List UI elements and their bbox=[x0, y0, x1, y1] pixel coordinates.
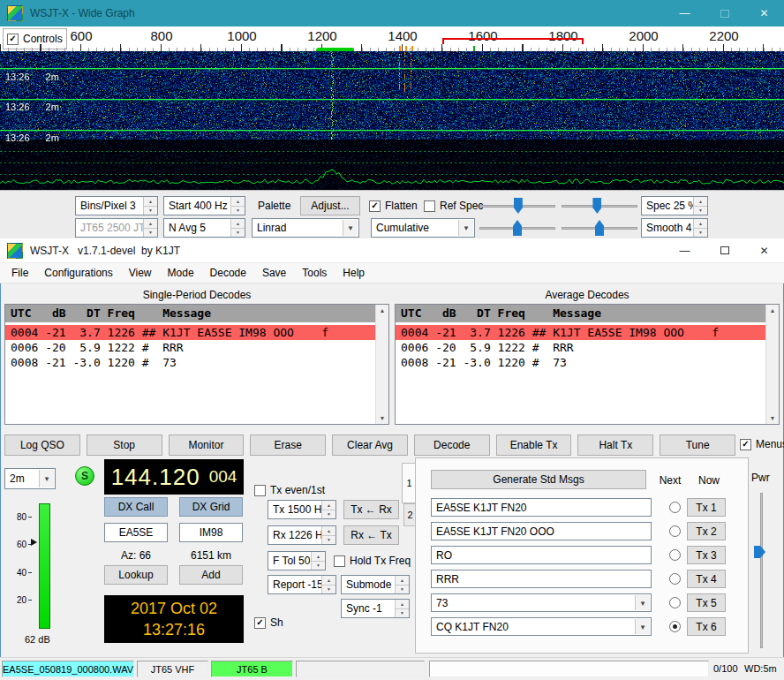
tab-2[interactable]: 2 bbox=[403, 503, 416, 526]
spin-arrows[interactable]: ▲▼ bbox=[693, 219, 707, 237]
spectrum-zero-slider[interactable] bbox=[562, 220, 637, 236]
tx-3-button[interactable]: Tx 3 bbox=[687, 546, 726, 564]
menu-item-help[interactable]: Help bbox=[335, 264, 373, 282]
start-freq-spinbox[interactable]: Start 400 Hz ▲▼ bbox=[163, 196, 245, 215]
lookup-button[interactable]: Lookup bbox=[104, 565, 168, 585]
close-button[interactable]: ✕ bbox=[744, 238, 784, 262]
slider-handle[interactable] bbox=[595, 220, 604, 236]
spin-arrows[interactable]: ▲▼ bbox=[321, 526, 335, 544]
rx-freq-spinbox[interactable]: Rx 1226 Hz ▲▼ bbox=[268, 525, 336, 545]
spin-arrows[interactable]: ▲▼ bbox=[311, 552, 325, 570]
tune-button[interactable]: Tune bbox=[660, 434, 735, 456]
maximize-button[interactable] bbox=[705, 238, 744, 262]
dx-call-field[interactable]: EA5SE bbox=[104, 523, 168, 542]
scroll-up-icon[interactable]: ▲ bbox=[770, 307, 776, 314]
scroll-down-icon[interactable]: ▼ bbox=[770, 415, 776, 421]
menu-item-decode[interactable]: Decode bbox=[202, 264, 254, 282]
dx-grid-field[interactable]: IM98 bbox=[179, 523, 243, 542]
decode-row[interactable]: 0008 -21 -3.0 1220 # 73 bbox=[5, 355, 388, 370]
slider-handle[interactable] bbox=[513, 220, 522, 236]
dx-grid-button[interactable]: DX Grid bbox=[179, 497, 243, 517]
monitor-button[interactable]: Monitor bbox=[169, 434, 245, 456]
tx-1-button[interactable]: Tx 1 bbox=[687, 498, 726, 517]
enable-tx-button[interactable]: Enable Tx bbox=[496, 434, 572, 456]
tx-select-radio-1[interactable] bbox=[669, 502, 681, 513]
close-button[interactable]: ✕ bbox=[744, 0, 784, 26]
stop-button[interactable]: Stop bbox=[87, 434, 162, 456]
tx-message-4-field[interactable]: RRR bbox=[431, 570, 652, 588]
menu-item-mode[interactable]: Mode bbox=[160, 264, 202, 282]
menus-checkbox[interactable]: ✓ Menus bbox=[740, 438, 784, 450]
tx-5-button[interactable]: Tx 5 bbox=[687, 593, 726, 612]
sync-spinbox[interactable]: Sync -1 ▲▼ bbox=[341, 599, 410, 618]
menu-item-view[interactable]: View bbox=[121, 264, 160, 282]
tx-select-radio-4[interactable] bbox=[669, 573, 681, 585]
decode-row[interactable]: 0006 -20 5.9 1222 # RRR bbox=[5, 340, 388, 355]
report-spinbox[interactable]: Report -15 ▲▼ bbox=[268, 575, 336, 594]
ref-spec-checkbox[interactable]: ✓ Ref Spec bbox=[424, 200, 483, 212]
band-combo[interactable]: 2m ▾ bbox=[4, 468, 56, 489]
spin-arrows[interactable]: ▲▼ bbox=[395, 576, 409, 593]
add-button[interactable]: Add bbox=[179, 565, 243, 585]
halt-tx-button[interactable]: Halt Tx bbox=[577, 434, 653, 456]
minimize-button[interactable]: — bbox=[665, 0, 705, 26]
dx-call-button[interactable]: DX Call bbox=[104, 497, 168, 517]
generate-std-msgs-button[interactable]: Generate Std Msgs bbox=[431, 470, 646, 489]
tx-freq-spinbox[interactable]: Tx 1500 Hz ▲▼ bbox=[268, 500, 336, 519]
tx-select-radio-2[interactable] bbox=[669, 525, 681, 537]
spin-arrows[interactable]: ▲▼ bbox=[321, 576, 335, 593]
tx-from-rx-button[interactable]: Tx ← Rx bbox=[343, 500, 399, 519]
maximize-button[interactable] bbox=[705, 0, 744, 26]
tab-1[interactable]: 1 bbox=[402, 463, 416, 503]
spectrum-gain-slider[interactable] bbox=[479, 220, 555, 236]
spin-arrows[interactable]: ▲▼ bbox=[321, 501, 335, 518]
n-avg-spinbox[interactable]: N Avg 5 ▲▼ bbox=[163, 218, 245, 238]
tx-even-checkbox[interactable]: ✓ Tx even/1st bbox=[254, 484, 325, 496]
log-qso-button[interactable]: Log QSO bbox=[4, 434, 80, 456]
submode-spinbox[interactable]: Submode B ▲▼ bbox=[341, 575, 410, 594]
menu-item-configurations[interactable]: Configurations bbox=[36, 264, 120, 282]
sh-checkbox[interactable]: ✓ Sh bbox=[254, 616, 283, 629]
pwr-slider[interactable] bbox=[760, 493, 763, 648]
minimize-button[interactable]: — bbox=[665, 238, 705, 262]
erase-button[interactable]: Erase bbox=[250, 434, 326, 456]
adjust-palette-button[interactable]: Adjust... bbox=[300, 196, 360, 215]
rx-from-tx-button[interactable]: Rx ← Tx bbox=[343, 525, 399, 545]
tx-message-2-field[interactable]: EA5SE K1JT FN20 OOO bbox=[431, 522, 652, 540]
spin-arrows[interactable]: ▲▼ bbox=[395, 600, 409, 617]
decode-row[interactable]: 0008 -21 -3.0 1220 # 73 bbox=[396, 355, 779, 370]
slider-handle[interactable] bbox=[592, 198, 601, 214]
menu-item-save[interactable]: Save bbox=[254, 264, 294, 282]
tx-select-radio-3[interactable] bbox=[669, 549, 681, 561]
slider-handle[interactable] bbox=[514, 198, 523, 214]
decode-row[interactable]: 0004 -21 3.7 1226 ## K1JT EA5SE IM98 OOO… bbox=[396, 325, 779, 340]
bins-pixel-spinbox[interactable]: Bins/Pixel 3 ▲▼ bbox=[75, 196, 158, 215]
spin-arrows[interactable]: ▲▼ bbox=[143, 197, 157, 215]
decode-row[interactable]: 0006 -20 5.9 1222 # RRR bbox=[396, 340, 779, 355]
menu-item-file[interactable]: File bbox=[4, 264, 36, 282]
tx-select-radio-6[interactable] bbox=[669, 621, 681, 632]
scroll-up-icon[interactable]: ▲ bbox=[380, 307, 386, 314]
waterfall-zero-slider[interactable] bbox=[562, 198, 637, 214]
f-tol-spinbox[interactable]: F Tol 50 ▲▼ bbox=[268, 551, 326, 570]
pwr-slider-handle[interactable] bbox=[754, 546, 765, 558]
waterfall-gain-slider[interactable] bbox=[479, 198, 555, 214]
scrollbar[interactable]: ▲▼ bbox=[375, 305, 388, 424]
tx-message-1-field[interactable]: EA5SE K1JT FN20 bbox=[431, 498, 652, 517]
spec-percent-spinbox[interactable]: Spec 25 % ▲▼ bbox=[641, 196, 708, 215]
decode-button[interactable]: Decode bbox=[414, 434, 490, 456]
spin-arrows[interactable]: ▲▼ bbox=[230, 219, 245, 237]
tx-message-3-field[interactable]: RO bbox=[431, 546, 652, 564]
waterfall-display[interactable] bbox=[0, 51, 784, 190]
decode-row[interactable]: 0004 -21 3.7 1226 ## K1JT EA5SE IM98 OOO… bbox=[5, 325, 388, 340]
menu-item-tools[interactable]: Tools bbox=[294, 264, 335, 282]
tx-select-radio-5[interactable] bbox=[669, 597, 681, 608]
tx-4-button[interactable]: Tx 4 bbox=[687, 570, 726, 588]
tx-2-button[interactable]: Tx 2 bbox=[687, 522, 726, 540]
spin-arrows[interactable]: ▲▼ bbox=[693, 197, 707, 215]
spectrum-mode-combo[interactable]: Cumulative ▾ bbox=[371, 218, 475, 238]
spin-arrows[interactable]: ▲▼ bbox=[230, 197, 245, 215]
scrollbar[interactable]: ▲▼ bbox=[765, 305, 779, 424]
scroll-down-icon[interactable]: ▼ bbox=[380, 415, 386, 421]
flatten-checkbox[interactable]: ✓ Flatten bbox=[369, 200, 418, 212]
